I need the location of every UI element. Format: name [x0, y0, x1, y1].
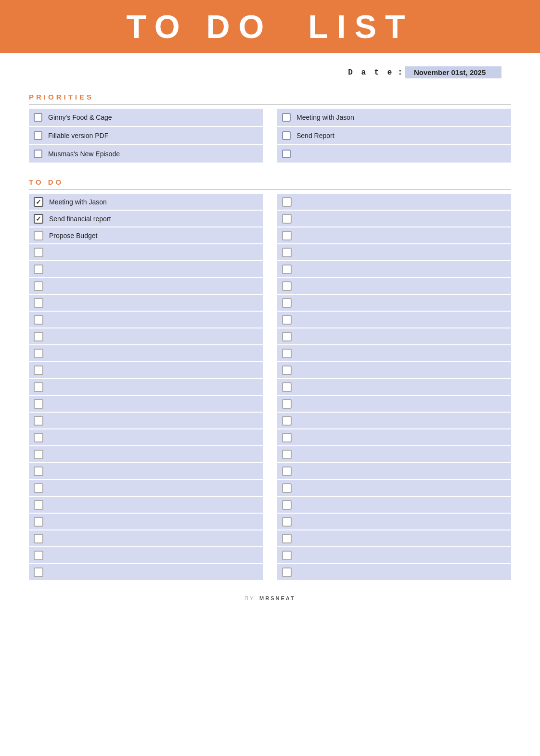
todo-item: Propose Budget: [29, 227, 263, 243]
todo-item: [29, 497, 263, 513]
todo-text: Propose Budget: [49, 232, 97, 239]
todo-item: [29, 547, 263, 563]
priority-text: Send Report: [296, 132, 334, 139]
priority-text: Fillable version PDF: [48, 132, 108, 139]
todo-checkbox-checked[interactable]: ✓: [34, 214, 43, 224]
todo-checkbox[interactable]: [34, 567, 43, 577]
todo-checkbox[interactable]: [282, 534, 292, 543]
todo-checkbox[interactable]: [34, 466, 43, 476]
todo-item: [29, 564, 263, 580]
todo-checkbox[interactable]: [34, 433, 43, 442]
todo-item: [29, 463, 263, 479]
priority-checkbox[interactable]: [282, 113, 291, 122]
priority-item: Meeting with Jason: [277, 109, 511, 126]
priorities-right-col: Meeting with Jason Send Report: [277, 109, 511, 164]
todo-text: Send financial report: [49, 215, 111, 223]
todo-checkbox[interactable]: [282, 349, 292, 358]
todo-item: [277, 564, 511, 580]
todo-checkbox[interactable]: [282, 231, 292, 240]
todo-item: [277, 547, 511, 563]
todo-checkbox[interactable]: [282, 399, 292, 409]
todo-checkbox[interactable]: [34, 298, 43, 308]
todo-item: [277, 463, 511, 479]
todo-checkbox[interactable]: [282, 332, 292, 341]
todo-checkbox[interactable]: [34, 483, 43, 493]
todo-checkbox[interactable]: [282, 416, 292, 426]
todo-item: [277, 379, 511, 395]
todo-checkbox[interactable]: [282, 450, 292, 459]
todo-section: TO DO ✓ Meeting with Jason ✓ Send financ…: [0, 178, 540, 581]
todo-checkbox[interactable]: [34, 248, 43, 257]
todo-checkbox[interactable]: [282, 551, 292, 560]
header-title-bold: TO DO: [126, 8, 272, 45]
priority-item: Ginny's Food & Cage: [29, 109, 263, 126]
priority-text: Ginny's Food & Cage: [48, 113, 112, 121]
todo-checkbox[interactable]: [282, 567, 292, 577]
todo-item: [277, 429, 511, 445]
priority-checkbox[interactable]: [34, 131, 42, 140]
date-area: D a t e : November 01st, 2025: [0, 53, 540, 78]
todo-checkbox[interactable]: [282, 281, 292, 291]
todo-item: [29, 328, 263, 344]
todo-checkbox[interactable]: [34, 332, 43, 341]
priorities-section: PRIORITIES Ginny's Food & Cage Fillable …: [0, 93, 540, 164]
todo-right-col: [277, 194, 511, 581]
todo-checkbox[interactable]: [282, 365, 292, 375]
todo-item: [29, 413, 263, 428]
todo-checkbox[interactable]: [34, 500, 43, 510]
todo-checkbox[interactable]: [34, 231, 43, 240]
priority-text: Meeting with Jason: [296, 113, 354, 121]
todo-checkbox[interactable]: [34, 416, 43, 426]
todo-item: [29, 379, 263, 395]
todo-item: [277, 194, 511, 210]
todo-item: [29, 244, 263, 260]
todo-checkbox[interactable]: [282, 517, 292, 527]
todo-checkbox[interactable]: [34, 265, 43, 274]
todo-checkbox[interactable]: [34, 315, 43, 325]
todo-checkbox[interactable]: [282, 265, 292, 274]
todo-checkbox[interactable]: [34, 534, 43, 543]
todo-checkbox[interactable]: [282, 248, 292, 257]
todo-checkbox[interactable]: [282, 197, 292, 207]
todo-item: [277, 312, 511, 328]
date-label: D a t e: [348, 68, 394, 77]
todo-checkbox[interactable]: [282, 382, 292, 392]
todo-checkbox[interactable]: [34, 517, 43, 527]
todo-item: [277, 530, 511, 546]
todo-checkbox-checked[interactable]: ✓: [34, 197, 43, 207]
todo-checkbox[interactable]: [34, 281, 43, 291]
date-value: November 01st, 2025: [405, 66, 501, 78]
todo-item: [29, 446, 263, 462]
todo-checkbox[interactable]: [282, 433, 292, 442]
todo-item: [277, 278, 511, 294]
todo-item: [277, 211, 511, 227]
todo-item: [277, 446, 511, 462]
todo-checkbox[interactable]: [282, 500, 292, 510]
todo-item: [29, 278, 263, 294]
priorities-grid: Ginny's Food & Cage Fillable version PDF…: [29, 109, 511, 164]
todo-item: [277, 413, 511, 428]
todo-checkbox[interactable]: [282, 466, 292, 476]
todo-checkbox[interactable]: [34, 365, 43, 375]
todo-checkbox[interactable]: [34, 399, 43, 409]
priority-checkbox[interactable]: [282, 131, 291, 140]
todo-checkbox[interactable]: [282, 214, 292, 224]
todo-item: [277, 261, 511, 277]
todo-section-title: TO DO: [29, 178, 511, 190]
priority-checkbox[interactable]: [34, 113, 42, 122]
todo-item: ✓ Meeting with Jason: [29, 194, 263, 210]
priority-checkbox[interactable]: [34, 150, 42, 158]
todo-checkbox[interactable]: [282, 298, 292, 308]
todo-checkbox[interactable]: [282, 483, 292, 493]
todo-checkbox[interactable]: [34, 382, 43, 392]
footer: BY MRSNEAT: [0, 586, 540, 609]
todo-checkbox[interactable]: [282, 315, 292, 325]
todo-checkbox[interactable]: [34, 551, 43, 560]
todo-grid: ✓ Meeting with Jason ✓ Send financial re…: [29, 194, 511, 581]
todo-checkbox[interactable]: [34, 450, 43, 459]
todo-item: [277, 514, 511, 529]
todo-checkbox[interactable]: [34, 349, 43, 358]
footer-brand: MRSNEAT: [259, 595, 296, 601]
priority-checkbox[interactable]: [282, 150, 291, 158]
todo-item: [277, 295, 511, 311]
